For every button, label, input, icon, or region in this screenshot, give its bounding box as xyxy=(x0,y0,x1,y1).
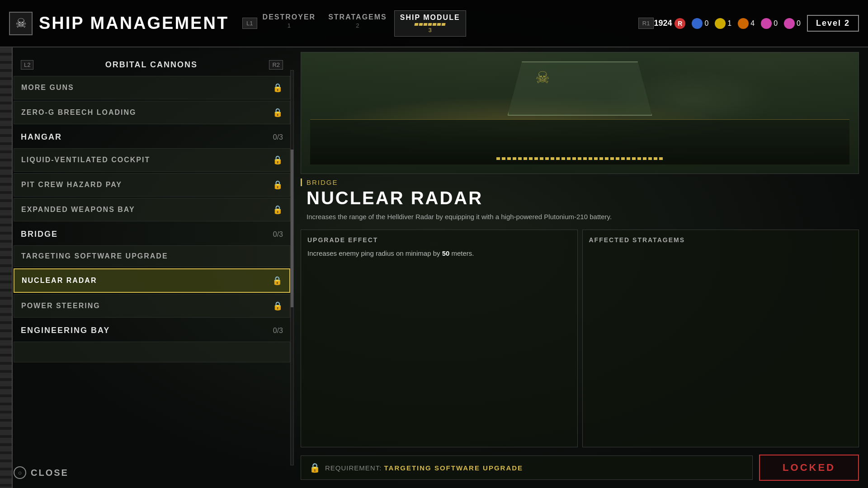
hangar-title: HANGAR xyxy=(21,132,62,142)
engineering-bay-count: 0/3 xyxy=(273,327,283,335)
upgrade-effect-highlight: 50 xyxy=(442,249,450,257)
requirement-lock-icon: 🔒 xyxy=(309,462,321,473)
blue-currency-icon xyxy=(692,18,703,29)
yellow-warning-stripes xyxy=(496,157,664,160)
upgrade-effect-box: UPGRADE EFFECT Increases enemy ping radi… xyxy=(301,230,578,448)
left-content: L2 ORBITAL CANNONS R2 MORE GUNS 🔒 ZERO-G… xyxy=(14,52,294,483)
affected-stratagems-title: AFFECTED STRATAGEMS xyxy=(589,236,853,244)
requirement-bar: 🔒 REQUIREMENT: TARGETING SOFTWARE UPGRAD… xyxy=(301,452,859,483)
upgrade-pit-crew[interactable]: PIT CREW HAZARD PAY 🔒 xyxy=(14,173,290,197)
upgrade-targeting-software[interactable]: TARGETING SOFTWARE UPGRADE xyxy=(14,245,290,267)
module-name: NUCLEAR RADAR xyxy=(301,188,859,208)
tab-r1-button[interactable]: R1 xyxy=(638,18,654,29)
bridge-title: BRIDGE xyxy=(21,230,58,239)
close-label: CLOSE xyxy=(31,468,69,478)
requirement-label: REQUIREMENT: TARGETING SOFTWARE UPGRADE xyxy=(325,464,523,472)
category-next-button[interactable]: R2 xyxy=(269,60,283,70)
engineering-bay-title: ENGINEERING BAY xyxy=(21,326,110,335)
ship-skull-emblem: ☠ xyxy=(535,68,550,87)
upgrade-effect-content: Increases enemy ping radius on minimap b… xyxy=(307,248,571,259)
tab-l1-button[interactable]: L1 xyxy=(242,18,257,29)
ship-preview-image: ☠ xyxy=(301,52,859,174)
orange-currency-icon xyxy=(738,18,749,29)
skull-icon: ☠ xyxy=(9,12,33,35)
bridge-count: 0/3 xyxy=(273,230,283,239)
tab-stratagems[interactable]: STRATAGEMS 2 xyxy=(323,10,392,37)
currency-r-icon: R xyxy=(675,18,685,29)
blue-currency-value: 0 xyxy=(704,19,708,28)
top-right-bar: 1924 R 0 1 4 0 0 xyxy=(654,15,859,32)
tab-destroyer[interactable]: DESTROYER 1 xyxy=(257,10,321,37)
pink-currency-value-2: 0 xyxy=(797,19,801,28)
upgrade-expanded-weapons[interactable]: EXPANDED WEAPONS BAY 🔒 xyxy=(14,198,290,221)
upgrade-power-steering[interactable]: POWER STEERING 🔒 xyxy=(14,294,290,318)
close-bar[interactable]: ○ CLOSE xyxy=(14,466,69,479)
currency-blue: 0 xyxy=(692,18,708,29)
lock-icon: 🔒 xyxy=(272,276,282,286)
currency-yellow: 1 xyxy=(715,18,731,29)
lock-icon: 🔒 xyxy=(273,108,283,117)
locked-button[interactable]: LOCKED xyxy=(759,455,859,481)
upgrade-zero-g[interactable]: ZERO-G BREECH LOADING 🔒 xyxy=(14,101,290,124)
tab-ship-module[interactable]: SHIP MODULE 3 xyxy=(394,10,466,37)
lock-icon: 🔒 xyxy=(273,301,283,311)
pink-currency-value-1: 0 xyxy=(774,19,778,28)
currency-pink2: 0 xyxy=(784,18,801,29)
upgrade-more-guns[interactable]: MORE GUNS 🔒 xyxy=(14,76,290,99)
upgrade-effect-title: UPGRADE EFFECT xyxy=(307,236,571,244)
yellow-currency-value: 1 xyxy=(727,19,731,28)
ship-image-inner: ☠ xyxy=(301,52,859,174)
main-currency-value: 1924 xyxy=(654,19,672,28)
lock-icon: 🔒 xyxy=(273,155,283,165)
category-prev-button[interactable]: L2 xyxy=(21,60,33,70)
category-header: L2 ORBITAL CANNONS R2 xyxy=(14,56,290,74)
close-circle-icon: ○ xyxy=(14,466,26,479)
nav-tabs: DESTROYER 1 STRATAGEMS 2 SHIP MODULE 3 xyxy=(257,10,638,37)
pink-currency-icon-2 xyxy=(784,18,795,29)
left-panel: L2 ORBITAL CANNONS R2 MORE GUNS 🔒 ZERO-G… xyxy=(0,47,294,488)
pink-currency-icon-1 xyxy=(761,18,772,29)
lock-icon: 🔒 xyxy=(273,83,283,93)
level-badge: Level 2 xyxy=(807,15,859,32)
lock-icon: 🔒 xyxy=(273,205,283,215)
upgrade-nuclear-radar[interactable]: NUCLEAR RADAR 🔒 xyxy=(14,268,290,293)
currency-orange: 4 xyxy=(738,18,755,29)
engineering-bay-header: ENGINEERING BAY 0/3 xyxy=(14,321,290,340)
top-bar: ☠ SHIP MANAGEMENT L1 DESTROYER 1 STRATAG… xyxy=(0,0,868,47)
cockpit-window xyxy=(508,61,652,116)
hangar-header: HANGAR 0/3 xyxy=(14,128,290,146)
orange-currency-value: 4 xyxy=(750,19,755,28)
scroll-bar[interactable] xyxy=(290,70,294,465)
main-currency: 1924 R xyxy=(654,18,685,29)
lock-icon: 🔒 xyxy=(273,180,283,190)
module-category-label: BRIDGE xyxy=(301,178,859,186)
hangar-count: 0/3 xyxy=(273,133,283,141)
yellow-currency-icon xyxy=(715,18,726,29)
main-container: ☠ SHIP MANAGEMENT L1 DESTROYER 1 STRATAG… xyxy=(0,0,868,488)
requirement-name: TARGETING SOFTWARE UPGRADE xyxy=(384,464,524,472)
content-area: L2 ORBITAL CANNONS R2 MORE GUNS 🔒 ZERO-G… xyxy=(0,47,868,488)
right-panel: ☠ BRIDGE NUCLEAR RADAR Increases the ran… xyxy=(294,47,868,488)
info-boxes: UPGRADE EFFECT Increases enemy ping radi… xyxy=(301,230,859,448)
upgrade-engineering-placeholder[interactable] xyxy=(14,342,290,362)
currency-pink1: 0 xyxy=(761,18,778,29)
active-tab-stripes xyxy=(415,23,445,26)
upgrade-liquid-cockpit[interactable]: LIQUID-VENTILATED COCKPIT 🔒 xyxy=(14,148,290,172)
requirement-box: 🔒 REQUIREMENT: TARGETING SOFTWARE UPGRAD… xyxy=(301,455,753,480)
module-description: Increases the range of the Helldiver Rad… xyxy=(301,212,859,222)
scroll-thumb xyxy=(291,150,293,307)
affected-stratagems-box: AFFECTED STRATAGEMS xyxy=(582,230,859,448)
bridge-header: BRIDGE 0/3 xyxy=(14,225,290,244)
left-stripe-decoration xyxy=(0,47,13,488)
category-title: ORBITAL CANNONS xyxy=(105,60,198,70)
page-title: SHIP MANAGEMENT xyxy=(39,14,229,33)
